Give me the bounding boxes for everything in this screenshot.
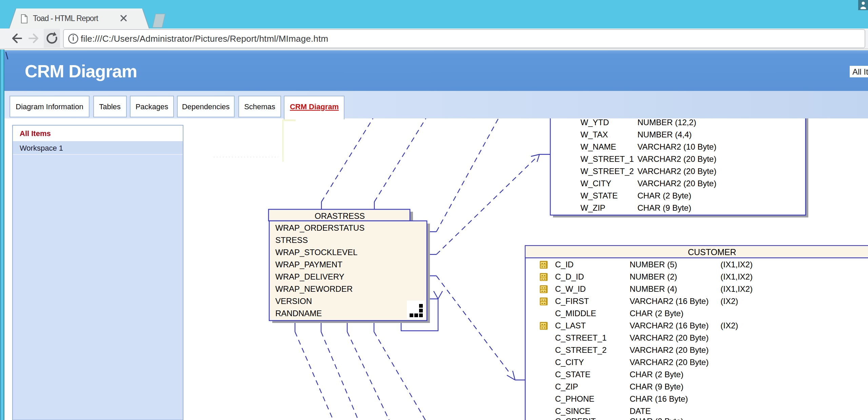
svg-text:CHAR (2 Byte): CHAR (2 Byte) (630, 370, 684, 379)
svg-text:CUSTOMER: CUSTOMER (688, 247, 736, 257)
svg-text:C_W_ID: C_W_ID (555, 284, 586, 293)
svg-text:C_CITY: C_CITY (555, 358, 584, 367)
svg-text:All Items: All Items (20, 129, 51, 138)
svg-text:C_FIRST: C_FIRST (555, 297, 589, 306)
svg-text:NUMBER (4): NUMBER (4) (630, 284, 677, 293)
svg-text:(IX2): (IX2) (721, 321, 738, 330)
svg-text:C_LAST: C_LAST (555, 321, 586, 330)
svg-text:NUMBER (12,2): NUMBER (12,2) (637, 118, 696, 127)
svg-text:WRAP_ORDERSTATUS: WRAP_ORDERSTATUS (275, 223, 364, 232)
svg-text:C_STATE: C_STATE (555, 370, 590, 379)
svg-text:VARCHAR2 (20 Byte): VARCHAR2 (20 Byte) (637, 179, 716, 188)
svg-text:C_D_ID: C_D_ID (555, 272, 584, 281)
svg-text:CHAR (2 Byte): CHAR (2 Byte) (637, 191, 691, 200)
svg-text:WRAP_NEWORDER: WRAP_NEWORDER (275, 284, 353, 293)
svg-text:VARCHAR2 (16 Byte): VARCHAR2 (16 Byte) (630, 321, 709, 330)
svg-text:(IX1,IX2): (IX1,IX2) (721, 284, 753, 293)
svg-text:Workspace 1: Workspace 1 (20, 144, 63, 152)
svg-text:W_NAME: W_NAME (580, 142, 616, 151)
svg-text:C_MIDDLE: C_MIDDLE (555, 309, 596, 318)
svg-text:VARCHAR2 (20 Byte): VARCHAR2 (20 Byte) (630, 358, 709, 367)
svg-text:C_ZIP: C_ZIP (555, 382, 578, 391)
svg-text:CHAR (9 Byte): CHAR (9 Byte) (637, 203, 691, 212)
svg-text:Packages: Packages (136, 102, 169, 111)
svg-text:C_ID: C_ID (555, 260, 574, 269)
svg-text:W_STATE: W_STATE (580, 191, 618, 200)
svg-text:CRM Diagram: CRM Diagram (290, 102, 339, 111)
svg-text:\: \ (5, 50, 8, 61)
svg-text:VARCHAR2 (20 Byte): VARCHAR2 (20 Byte) (637, 167, 716, 176)
svg-text:W_ZIP: W_ZIP (580, 203, 605, 212)
svg-text:C_STREET_2: C_STREET_2 (555, 345, 607, 355)
svg-text:Tables: Tables (99, 102, 121, 111)
svg-text:WRAP_PAYMENT: WRAP_PAYMENT (275, 260, 342, 269)
svg-text:(IX1,IX2): (IX1,IX2) (721, 260, 753, 269)
svg-text:W_CITY: W_CITY (580, 179, 611, 188)
svg-text:DATE: DATE (630, 406, 651, 416)
svg-text:C_CREDIT: C_CREDIT (555, 417, 596, 420)
svg-text:Toad - HTML Report: Toad - HTML Report (33, 14, 99, 23)
svg-text:VARCHAR2 (20 Byte): VARCHAR2 (20 Byte) (630, 333, 709, 342)
svg-text:VARCHAR2 (20 Byte): VARCHAR2 (20 Byte) (630, 345, 709, 355)
svg-text:CHAR (2 Byte): CHAR (2 Byte) (630, 309, 684, 318)
svg-text:CHAR (9 Byte): CHAR (9 Byte) (630, 382, 684, 391)
svg-text:Schemas: Schemas (244, 102, 275, 111)
svg-text:W_STREET_2: W_STREET_2 (580, 167, 634, 176)
svg-text:CHAR (16 Byte): CHAR (16 Byte) (630, 394, 688, 403)
svg-text:CRM Diagram: CRM Diagram (25, 61, 137, 81)
svg-text:NUMBER (2): NUMBER (2) (630, 272, 677, 281)
svg-text:WRAP_DELIVERY: WRAP_DELIVERY (275, 272, 344, 281)
svg-text:STRESS: STRESS (275, 235, 308, 245)
svg-text:Diagram Information: Diagram Information (16, 102, 83, 111)
svg-text:VARCHAR2 (20 Byte): VARCHAR2 (20 Byte) (637, 154, 716, 164)
svg-text:VARCHAR2 (10 Byte): VARCHAR2 (10 Byte) (637, 142, 716, 151)
svg-text:(IX1,IX2): (IX1,IX2) (721, 272, 753, 281)
svg-text:VERSION: VERSION (275, 297, 312, 306)
svg-text:CHAR (2 Byte): CHAR (2 Byte) (630, 417, 684, 420)
svg-text:All Ite: All Ite (852, 67, 868, 76)
svg-text:Dependencies: Dependencies (182, 102, 230, 111)
svg-text:(IX2): (IX2) (721, 297, 738, 306)
svg-text:C_PHONE: C_PHONE (555, 394, 594, 403)
svg-text:NUMBER (4,4): NUMBER (4,4) (637, 130, 692, 139)
svg-text:VARCHAR2 (16 Byte): VARCHAR2 (16 Byte) (630, 297, 709, 306)
svg-text:file:///C:/Users/Administrator: file:///C:/Users/Administrator/Pictures/… (81, 34, 328, 44)
svg-text:NUMBER (5): NUMBER (5) (630, 260, 677, 269)
svg-text:WRAP_STOCKLEVEL: WRAP_STOCKLEVEL (275, 248, 357, 257)
svg-text:ORASTRESS: ORASTRESS (315, 211, 365, 221)
svg-text:RANDNAME: RANDNAME (275, 309, 322, 318)
svg-text:W_STREET_1: W_STREET_1 (580, 154, 634, 164)
svg-text:W_TAX: W_TAX (580, 130, 608, 139)
svg-text:C_SINCE: C_SINCE (555, 406, 590, 416)
svg-text:C_STREET_1: C_STREET_1 (555, 333, 607, 342)
svg-text:W_YTD: W_YTD (580, 118, 609, 127)
